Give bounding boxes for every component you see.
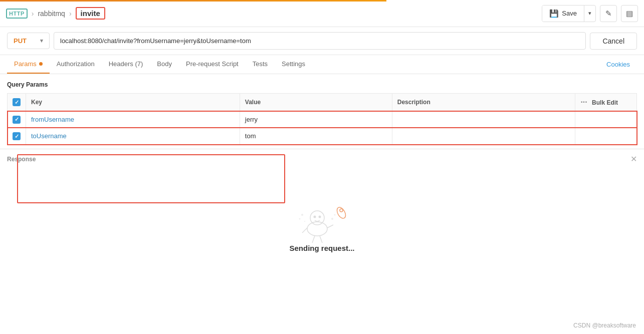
header-key: Key bbox=[26, 94, 240, 111]
http-label: HTTP bbox=[6, 9, 28, 19]
svg-point-3 bbox=[318, 216, 321, 218]
comment-icon: ▤ bbox=[626, 9, 633, 18]
save-dropdown-button[interactable]: ▾ bbox=[584, 7, 595, 20]
tab-authorization[interactable]: Authorization bbox=[50, 55, 102, 74]
row2-key-text[interactable]: toUsername bbox=[31, 132, 67, 140]
more-options-icon[interactable]: ··· bbox=[580, 98, 587, 106]
svg-point-13 bbox=[331, 218, 333, 220]
tab-headers[interactable]: Headers (7) bbox=[102, 55, 150, 74]
header-actions: 💾 Save ▾ ✎ ▤ bbox=[542, 5, 638, 22]
tab-prerequest-label: Pre-request Script bbox=[186, 60, 239, 68]
svg-line-5 bbox=[327, 225, 333, 228]
tab-body[interactable]: Body bbox=[150, 55, 179, 74]
svg-point-8 bbox=[335, 206, 347, 220]
svg-line-4 bbox=[302, 228, 307, 233]
chevron-down-icon: ▾ bbox=[588, 10, 591, 16]
breadcrumb-item[interactable]: rabbitmq bbox=[38, 10, 65, 18]
http-badge: HTTP bbox=[6, 9, 28, 19]
header-value: Value bbox=[240, 94, 392, 111]
params-table: Key Value Description ··· Bulk Edit bbox=[7, 93, 637, 145]
tab-tests-label: Tests bbox=[253, 60, 268, 68]
params-dot bbox=[39, 62, 43, 66]
svg-point-14 bbox=[334, 214, 335, 216]
tab-params-label: Params bbox=[14, 60, 37, 68]
active-tab-name[interactable]: invite bbox=[76, 7, 105, 20]
breadcrumb-separator: › bbox=[32, 10, 34, 18]
row1-checkbox[interactable] bbox=[13, 116, 21, 124]
response-close-button[interactable]: ✕ bbox=[630, 154, 637, 164]
svg-point-2 bbox=[313, 216, 316, 218]
table-row: toUsername tom bbox=[8, 128, 637, 145]
tab-prerequest[interactable]: Pre-request Script bbox=[179, 55, 246, 74]
row1-description bbox=[392, 111, 575, 128]
save-main-button[interactable]: 💾 Save bbox=[542, 6, 584, 22]
sending-area: Sending request... bbox=[0, 169, 644, 272]
url-input[interactable] bbox=[54, 32, 586, 50]
svg-point-10 bbox=[301, 214, 303, 216]
params-header-row: Key Value Description ··· Bulk Edit bbox=[8, 94, 637, 111]
header-actions-col: ··· Bulk Edit bbox=[575, 94, 637, 111]
tab-body-label: Body bbox=[157, 60, 172, 68]
tabs-row: Params Authorization Headers (7) Body Pr… bbox=[0, 55, 644, 74]
svg-point-1 bbox=[310, 211, 324, 225]
response-section: Response ✕ bbox=[0, 149, 644, 169]
row2-actions bbox=[575, 128, 637, 145]
main-content: Query Params Key Value Description ··· B… bbox=[0, 74, 644, 145]
svg-point-9 bbox=[340, 209, 343, 212]
svg-point-12 bbox=[304, 221, 305, 222]
row2-key: toUsername bbox=[26, 128, 240, 145]
row1-key: fromUsername bbox=[26, 111, 240, 128]
edit-icon: ✎ bbox=[605, 9, 612, 18]
save-button-group[interactable]: 💾 Save ▾ bbox=[542, 5, 596, 22]
comment-button[interactable]: ▤ bbox=[621, 5, 638, 22]
method-chevron-icon: ▾ bbox=[40, 38, 43, 44]
watermark: CSDN @breaksoftware bbox=[573, 322, 636, 329]
row1-value: jerry bbox=[240, 111, 392, 128]
row2-value-text[interactable]: tom bbox=[245, 132, 256, 140]
svg-line-7 bbox=[320, 236, 322, 243]
save-icon: 💾 bbox=[549, 9, 559, 18]
method-label: PUT bbox=[14, 37, 27, 45]
row1-key-text[interactable]: fromUsername bbox=[31, 116, 74, 123]
row1-actions bbox=[575, 111, 637, 128]
select-all-checkbox[interactable] bbox=[13, 98, 21, 106]
header-description: Description bbox=[392, 94, 575, 111]
query-params-title: Query Params bbox=[7, 81, 637, 88]
row1-value-text[interactable]: jerry bbox=[245, 116, 258, 123]
response-label: Response bbox=[7, 156, 36, 163]
svg-line-6 bbox=[312, 236, 315, 243]
row2-checkbox-cell bbox=[8, 128, 26, 145]
save-label: Save bbox=[562, 10, 577, 17]
method-select[interactable]: PUT ▾ bbox=[7, 33, 50, 49]
cancel-button[interactable]: Cancel bbox=[590, 33, 637, 50]
tab-params[interactable]: Params bbox=[7, 55, 50, 74]
tab-settings[interactable]: Settings bbox=[275, 55, 312, 74]
svg-point-0 bbox=[307, 222, 327, 236]
row2-value: tom bbox=[240, 128, 392, 145]
header-checkbox-col bbox=[8, 94, 26, 111]
tab-cookies-label: Cookies bbox=[606, 61, 630, 68]
row1-checkbox-cell bbox=[8, 111, 26, 128]
tab-tests[interactable]: Tests bbox=[246, 55, 275, 74]
tab-settings-label: Settings bbox=[282, 60, 305, 68]
sending-illustration bbox=[287, 189, 357, 244]
tab-cookies[interactable]: Cookies bbox=[599, 56, 637, 73]
edit-button[interactable]: ✎ bbox=[600, 5, 617, 22]
tab-authorization-label: Authorization bbox=[57, 60, 95, 68]
header: HTTP › rabbitmq › invite 💾 Save ▾ ✎ ▤ bbox=[0, 0, 644, 27]
row2-description bbox=[392, 128, 575, 145]
svg-point-11 bbox=[299, 218, 300, 220]
sending-text: Sending request... bbox=[289, 244, 354, 252]
table-row: fromUsername jerry bbox=[8, 111, 637, 128]
breadcrumb-separator2: › bbox=[69, 10, 72, 18]
row2-checkbox[interactable] bbox=[13, 132, 21, 140]
bulk-edit-label[interactable]: Bulk Edit bbox=[592, 99, 618, 106]
tab-headers-label: Headers (7) bbox=[109, 60, 143, 68]
url-bar: PUT ▾ Cancel bbox=[0, 27, 644, 55]
